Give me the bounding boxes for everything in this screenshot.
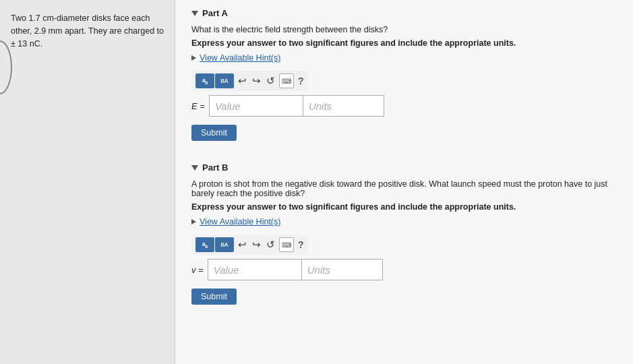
- part-a-value-input[interactable]: Value: [209, 95, 303, 117]
- part-b-matrix-icon[interactable]: ab: [195, 237, 214, 252]
- part-b-hint-link[interactable]: View Available Hint(s): [200, 217, 280, 226]
- hint-a-triangle-icon: [191, 55, 196, 61]
- right-panel: Part A What is the electric field streng…: [175, 0, 633, 364]
- left-panel: Two 1.7 cm-diameter disks face each othe…: [0, 0, 175, 364]
- part-a-matrix-icon[interactable]: ab: [195, 73, 214, 88]
- part-a-instruction: Express your answer to two significant f…: [191, 38, 617, 48]
- part-a-redo-icon[interactable]: ↪: [251, 73, 262, 88]
- part-b-formula-icons: ab IIA: [195, 237, 234, 252]
- part-b-text-icon[interactable]: IIA: [215, 237, 234, 252]
- problem-description: Two 1.7 cm-diameter disks face each othe…: [11, 12, 164, 50]
- part-a-toolbar: ab IIA ↩ ↪ ↺ ⌨ ?: [191, 71, 308, 91]
- part-a-text-icon[interactable]: IIA: [215, 73, 234, 88]
- part-b-header: Part B: [191, 162, 617, 173]
- part-b-keyboard-icon[interactable]: ⌨: [279, 237, 294, 252]
- part-a-formula-icons: ab IIA: [195, 73, 234, 88]
- part-b-instruction: Express your answer to two significant f…: [191, 202, 617, 212]
- part-b-toolbar: ab IIA ↩ ↪ ↺ ⌨ ?: [191, 235, 308, 255]
- part-a-header: Part A: [191, 8, 617, 18]
- part-b-help-icon[interactable]: ?: [298, 239, 304, 250]
- part-a-help-icon[interactable]: ?: [298, 75, 304, 86]
- part-a-keyboard-icon[interactable]: ⌨: [279, 73, 294, 88]
- part-a-section: Part A What is the electric field streng…: [191, 8, 617, 146]
- part-b-value-input[interactable]: Value: [208, 259, 302, 280]
- part-a-undo-icon[interactable]: ↩: [237, 73, 248, 88]
- hint-b-triangle-icon: [191, 219, 196, 224]
- part-b-collapse-icon[interactable]: [191, 165, 198, 171]
- part-b-hint-row[interactable]: View Available Hint(s): [191, 217, 617, 226]
- part-a-hint-row[interactable]: View Available Hint(s): [191, 53, 617, 63]
- part-b-answer-row: v = Value Units: [191, 259, 617, 280]
- part-b-section: Part B A proton is shot from the negativ…: [191, 162, 617, 310]
- part-a-answer-row: E = Value Units: [191, 95, 617, 117]
- part-a-units-input[interactable]: Units: [303, 95, 384, 117]
- part-b-title: Part B: [202, 162, 228, 173]
- part-b-question: A proton is shot from the negative disk …: [191, 179, 617, 198]
- part-a-question: What is the electric field strength betw…: [191, 25, 617, 34]
- part-b-units-input[interactable]: Units: [302, 259, 383, 280]
- part-a-collapse-icon[interactable]: [191, 11, 198, 16]
- part-a-title: Part A: [202, 8, 228, 18]
- part-a-submit-button[interactable]: Submit: [191, 125, 237, 141]
- part-b-redo-icon[interactable]: ↪: [251, 237, 262, 252]
- part-a-hint-link[interactable]: View Available Hint(s): [200, 53, 280, 63]
- part-b-undo-icon[interactable]: ↩: [237, 237, 248, 252]
- part-a-reset-icon[interactable]: ↺: [265, 73, 276, 88]
- part-b-reset-icon[interactable]: ↺: [265, 237, 276, 252]
- part-b-var-label: v =: [191, 265, 204, 275]
- part-b-submit-button[interactable]: Submit: [191, 289, 237, 305]
- part-a-var-label: E =: [191, 101, 205, 111]
